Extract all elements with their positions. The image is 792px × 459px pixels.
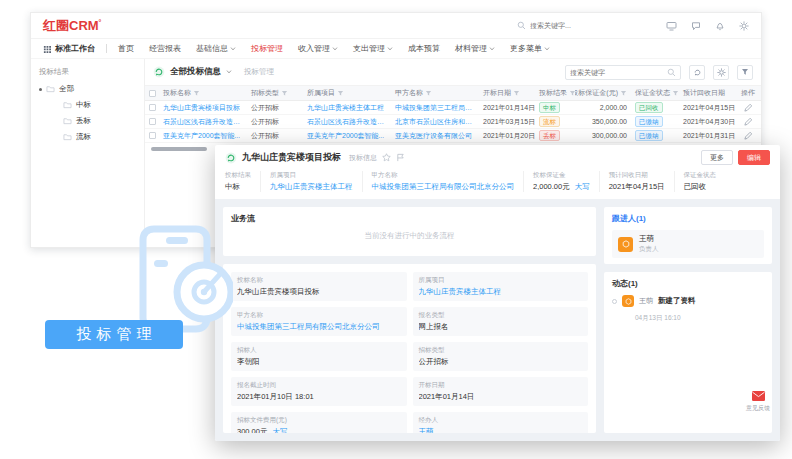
field-doc-fee: 招标文件费用(元)300.00元大写 [231, 412, 407, 433]
nav-item-budget[interactable]: 成本预算 [408, 43, 440, 54]
funnel-icon[interactable] [193, 90, 200, 97]
edit-icon[interactable] [744, 118, 752, 126]
status-badge: 已缴纳 [635, 130, 663, 141]
funnel-icon[interactable] [672, 90, 679, 97]
edit-button[interactable]: 编辑 [738, 150, 770, 165]
uppercase-link[interactable]: 大写 [272, 427, 287, 433]
project-link[interactable]: 石景山区浅石路升改造工程 [307, 117, 387, 127]
funnel-icon[interactable] [281, 90, 288, 97]
bullet [39, 88, 42, 91]
party-link[interactable]: 北京市石景山区住房和城... [395, 117, 475, 127]
search-icon [667, 68, 676, 77]
flag-icon[interactable] [396, 153, 405, 162]
modal-body: 业务流 当前没有进行中的业务流程 投标名称九华山庄贵宾楼项目投标 所属项目九华山… [215, 199, 780, 441]
follower-item[interactable]: 王萌 负责人 [612, 230, 764, 258]
status-badge: 已缴纳 [635, 116, 663, 127]
list-search-input[interactable] [570, 69, 662, 76]
detail-subtitle: 投标信息 [349, 153, 377, 163]
more-button[interactable]: 更多 [701, 150, 733, 165]
uppercase-link[interactable]: 大写 [575, 182, 590, 191]
global-search[interactable] [517, 21, 620, 30]
feedback-button[interactable]: 意见反馈 [746, 389, 770, 413]
table-row[interactable]: 亚美克年产2000套智能... 公开招标 亚美克年产2000套智能... 亚美克… [145, 129, 761, 143]
project-link[interactable]: 九华山庄贵宾楼主体工程 [270, 182, 353, 191]
main-nav: 标准工作台 首页 经营报表 基础信息 投标管理 收入管理 支出管理 成本预算 材… [31, 39, 761, 59]
funnel-icon[interactable] [337, 90, 344, 97]
funnel-icon[interactable] [425, 90, 432, 97]
nav-item-reports[interactable]: 经营报表 [149, 43, 181, 54]
summary-bar: 投标结果中标 所属项目九华山庄贵宾楼主体工程 甲方名称中城投集团第三工程局有限公… [215, 170, 780, 199]
project-link[interactable]: 九华山庄贵宾楼主体工程 [307, 103, 384, 113]
table-row[interactable]: 石景山区浅石路升改造工程 公开招标 石景山区浅石路升改造工程 北京市石景山区住房… [145, 115, 761, 129]
bid-name-link[interactable]: 石景山区浅石路升改造工程 [163, 117, 243, 127]
detail-fields-card: 投标名称九华山庄贵宾楼项目投标 所属项目九华山庄贵宾楼主体工程 甲方名称中城投集… [223, 264, 596, 433]
table-row[interactable]: 九华山庄贵宾楼项目投标 公开招标 九华山庄贵宾楼主体工程 中城投集团第三工程局有… [145, 101, 761, 115]
list-search[interactable] [565, 65, 681, 80]
nav-item-material[interactable]: 材料管理 [455, 43, 495, 54]
folder-icon [63, 117, 72, 125]
follower-title: 跟进人(1) [612, 213, 764, 224]
sidebar: 投标结果 全部 中标 丢标 流标 [31, 59, 145, 247]
edit-icon[interactable] [744, 132, 752, 140]
party-link[interactable]: 中城投集团第三工程局有限公司北京分公司 [237, 322, 380, 331]
project-link[interactable]: 九华山庄贵宾楼主体工程 [419, 287, 502, 296]
filter-button[interactable] [737, 65, 753, 80]
nav-divider [106, 44, 107, 53]
follower-card: 跟进人(1) 王萌 负责人 [604, 207, 772, 264]
sidebar-item-lost[interactable]: 丢标 [63, 116, 136, 126]
nav-item-home[interactable]: 首页 [118, 43, 134, 54]
nav-item-income[interactable]: 收入管理 [298, 43, 338, 54]
nav-item-more[interactable]: 更多菜单 [510, 43, 550, 54]
select-all-checkbox[interactable] [149, 90, 156, 97]
follower-role: 负责人 [639, 245, 659, 254]
nav-item-expense[interactable]: 支出管理 [353, 43, 393, 54]
field-tenderer: 招标人李朝阳 [231, 342, 407, 371]
sidebar-item-all[interactable]: 全部 [39, 84, 136, 94]
gear-icon[interactable] [739, 21, 749, 31]
funnel-icon[interactable] [513, 90, 520, 97]
field-project: 所属项目九华山庄贵宾楼主体工程 [413, 272, 589, 301]
project-link[interactable]: 亚美克年产2000套智能... [307, 131, 384, 141]
message-icon[interactable] [691, 21, 701, 31]
horizontal-scrollbar[interactable] [151, 147, 207, 151]
follower-name: 王萌 [639, 234, 659, 244]
party-link[interactable]: 中城投集团第三工程局有... [395, 103, 475, 113]
funnel-icon[interactable] [620, 90, 627, 97]
refresh-button[interactable] [689, 65, 705, 80]
row-checkbox[interactable] [149, 104, 156, 111]
sidebar-item-won[interactable]: 中标 [63, 100, 136, 110]
bidding-management-label: 投标管理 [45, 320, 183, 349]
field-signup-deadline: 报名截止时间2021年01月10日 18:01 [231, 377, 407, 406]
refresh-icon [693, 68, 702, 77]
row-checkbox[interactable] [149, 132, 156, 139]
star-icon[interactable] [382, 153, 391, 162]
nav-item-basicinfo[interactable]: 基础信息 [196, 43, 236, 54]
nav-item-bidding[interactable]: 投标管理 [251, 43, 283, 54]
row-checkbox[interactable] [149, 118, 156, 125]
party-link[interactable]: 亚美克医疗设备有限公司 [395, 131, 472, 141]
chevron-down-icon [230, 47, 236, 51]
summary-result: 中标 [225, 182, 251, 192]
modal-header: 九华山庄贵宾楼项目投标 投标信息 更多 编辑 [215, 145, 780, 170]
result-badge: 丢标 [539, 130, 560, 141]
party-link[interactable]: 中城投集团第三工程局有限公司北京分公司 [372, 182, 515, 191]
bell-icon[interactable] [715, 21, 725, 31]
bid-name-link[interactable]: 九华山庄贵宾楼项目投标 [163, 103, 240, 113]
settings-button[interactable] [713, 65, 729, 80]
record-type-icon [225, 152, 237, 164]
view-title[interactable]: 全部投标信息 [170, 66, 221, 78]
bid-name-link[interactable]: 亚美克年产2000套智能... [163, 131, 240, 141]
chevron-down-icon[interactable] [226, 70, 232, 74]
global-search-input[interactable] [530, 22, 620, 29]
workbench-switcher[interactable]: 标准工作台 [43, 43, 95, 54]
activity-title: 动态(1) [612, 278, 764, 289]
chevron-down-icon [544, 47, 550, 51]
workflow-empty-text: 当前没有进行中的业务流程 [231, 224, 588, 250]
search-icon [517, 21, 526, 30]
handler-link[interactable]: 王萌 [419, 427, 434, 433]
sidebar-item-failed[interactable]: 流标 [63, 132, 136, 142]
bid-detail-modal: 九华山庄贵宾楼项目投标 投标信息 更多 编辑 投标结果中标 所属项目九华山庄贵宾… [215, 145, 780, 441]
edit-icon[interactable] [744, 104, 752, 112]
device-icon[interactable] [666, 21, 677, 31]
grid-icon [43, 45, 51, 53]
